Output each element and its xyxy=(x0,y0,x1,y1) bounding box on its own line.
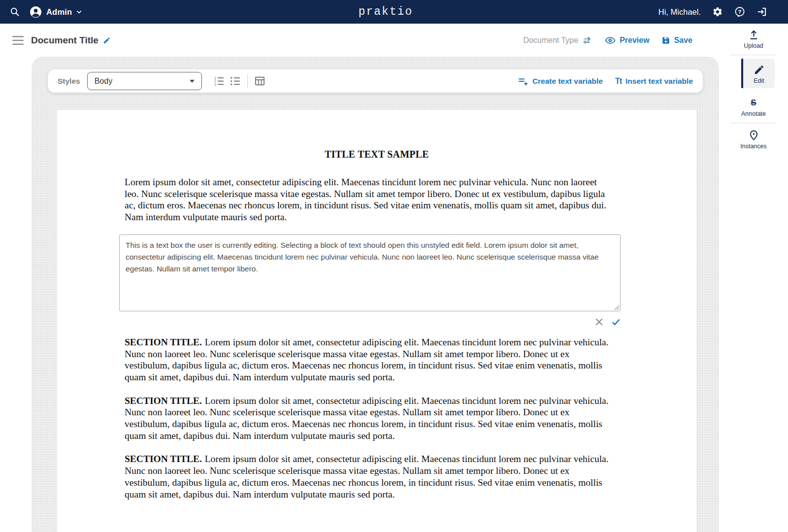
map-pin-icon xyxy=(748,130,759,141)
inline-edit-textarea[interactable]: This is a text box the user is currently… xyxy=(119,234,621,311)
swap-icon xyxy=(582,36,591,44)
variable-actions: Create text variable Tt Insert text vari… xyxy=(518,76,693,87)
sidebar-item-edit[interactable]: Edit xyxy=(741,59,775,88)
sidebar-item-label: Edit xyxy=(754,77,764,84)
navbar-right-group: Hi, Michael. ? xyxy=(658,6,788,17)
style-select[interactable]: Body xyxy=(87,72,202,90)
style-select-value: Body xyxy=(95,77,112,86)
document-page: TITLE TEXT SAMPLE Lorem ipsum dolor sit … xyxy=(57,110,696,532)
table-icon[interactable] xyxy=(254,75,265,87)
numbered-list-icon[interactable]: 1 2 3 xyxy=(213,75,225,87)
search-icon[interactable] xyxy=(10,7,20,17)
preview-button[interactable]: Preview xyxy=(605,36,649,45)
upload-icon xyxy=(748,29,759,40)
gear-icon[interactable] xyxy=(712,6,723,17)
intro-paragraph[interactable]: Lorem ipsum dolor sit amet, consectetur … xyxy=(125,176,611,223)
sidebar-item-upload[interactable]: Upload xyxy=(719,24,788,54)
section-paragraph[interactable]: SECTION TITLE.Lorem ipsum dolor sit amet… xyxy=(125,395,611,442)
create-text-variable-button[interactable]: Create text variable xyxy=(518,76,603,87)
eye-icon xyxy=(605,36,616,45)
save-icon xyxy=(661,36,670,45)
section-paragraph[interactable]: SECTION TITLE.Lorem ipsum dolor sit amet… xyxy=(125,336,611,383)
sidebar-item-label: Instances xyxy=(740,143,767,150)
insert-text-variable-button[interactable]: Tt Insert text variable xyxy=(615,77,693,86)
text-variable-icon: Tt xyxy=(615,77,622,86)
document-title-text[interactable]: TITLE TEXT SAMPLE xyxy=(57,110,696,161)
document-type-switcher[interactable]: Document Type xyxy=(523,36,591,45)
section-heading: SECTION TITLE. xyxy=(125,396,202,406)
svg-text:?: ? xyxy=(738,9,742,15)
greeting-text: Hi, Michael. xyxy=(658,7,701,17)
pencil-icon xyxy=(754,64,765,75)
styles-label: Styles xyxy=(58,77,80,86)
chevron-down-icon xyxy=(75,8,83,16)
sidebar-item-annotate[interactable]: S Annotate xyxy=(719,92,788,122)
top-navbar: Admin praktio Hi, Michael. ? xyxy=(0,0,788,24)
format-toolbar: Styles Body 1 2 3 xyxy=(48,69,703,93)
select-caret-icon xyxy=(190,80,195,83)
editor-actions xyxy=(119,317,621,327)
strikethrough-s-icon: S xyxy=(748,97,759,108)
sidebar-item-label: Annotate xyxy=(741,110,766,117)
resize-grip-icon[interactable] xyxy=(614,304,620,310)
brand-logo: praktio xyxy=(359,5,413,18)
create-text-variable-label: Create text variable xyxy=(532,77,603,86)
playlist-add-icon xyxy=(518,76,528,87)
document-header: Document Title Document Type xyxy=(0,24,719,57)
insert-text-variable-label: Insert text variable xyxy=(625,77,693,86)
toolbar-divider xyxy=(247,74,248,88)
page-title: Document Title xyxy=(31,35,98,46)
user-menu-label: Admin xyxy=(46,7,72,17)
inline-editor: This is a text box the user is currently… xyxy=(119,234,621,311)
rail-divider xyxy=(730,123,777,123)
save-button[interactable]: Save xyxy=(661,36,692,45)
section-heading: SECTION TITLE. xyxy=(125,337,202,347)
sidebar-item-instances[interactable]: Instances xyxy=(719,124,788,154)
app-root: Admin praktio Hi, Michael. ? xyxy=(0,0,788,532)
rail-divider xyxy=(730,55,777,55)
account-icon xyxy=(30,6,42,18)
preview-label: Preview xyxy=(620,36,649,45)
help-icon[interactable]: ? xyxy=(734,6,745,17)
editor-card: Styles Body 1 2 3 xyxy=(32,57,719,532)
save-label: Save xyxy=(674,36,692,45)
section-paragraph[interactable]: SECTION TITLE.Lorem ipsum dolor sit amet… xyxy=(125,453,611,500)
header-actions: Document Type Preview xyxy=(523,36,692,45)
logout-icon[interactable] xyxy=(756,6,767,17)
confirm-edit-icon[interactable] xyxy=(611,317,621,327)
svg-text:3: 3 xyxy=(214,83,216,87)
section-heading: SECTION TITLE. xyxy=(125,454,202,464)
sidebar-item-label: Upload xyxy=(744,42,763,49)
document-type-label: Document Type xyxy=(523,36,578,45)
side-rail: Upload Edit S Annotate Instances xyxy=(719,24,788,154)
edit-title-pencil-icon[interactable] xyxy=(103,36,111,44)
cancel-edit-icon[interactable] xyxy=(594,317,604,327)
menu-icon[interactable] xyxy=(12,36,24,45)
user-menu[interactable]: Admin xyxy=(30,6,83,18)
navbar-left-group: Admin xyxy=(0,6,83,18)
bullet-list-icon[interactable] xyxy=(230,75,241,87)
